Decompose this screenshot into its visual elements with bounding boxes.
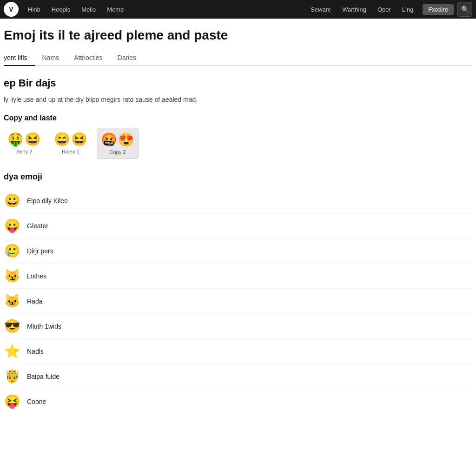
copy-section-title: Copy and laste: [4, 114, 472, 122]
emoji-3b: 😍: [118, 132, 134, 147]
list-item[interactable]: 🐱 Rada: [4, 289, 472, 314]
emoji-2a: 😄: [54, 132, 70, 147]
emoji-icon: 😎: [4, 318, 20, 334]
emoji-name: Eipo dily Kilee: [27, 197, 68, 205]
emoji-icon: 😝: [4, 394, 20, 409]
emoji-1b: 😆: [25, 132, 41, 147]
emoji-name: Dirjr pers: [27, 247, 53, 255]
navbar-item-mome[interactable]: Mome: [101, 0, 129, 19]
copy-item-roleo-label: Roleo 1: [62, 149, 79, 154]
list-item[interactable]: 😀 Eipo dily Kilee: [4, 188, 472, 213]
copy-item-roleo[interactable]: 😄 😆 Roleo 1: [50, 128, 91, 159]
list-item[interactable]: 🥲 Dirjr pers: [4, 238, 472, 264]
list-section-title: dya emoji: [4, 172, 472, 182]
emoji-icon: ⭐: [4, 344, 20, 359]
section-title: ep Bir dajs: [4, 77, 472, 89]
emoji-name: Lothes: [27, 272, 46, 280]
list-item[interactable]: 😼 Lothes: [4, 264, 472, 289]
tab-nams[interactable]: Nams: [42, 50, 67, 66]
emoji-icon: 🤴: [4, 369, 20, 384]
emoji-name: Nadls: [27, 348, 44, 355]
emoji-icon: 🐱: [4, 293, 20, 309]
emoji-copy-row: 🤑 😆 Serly 2 😄 😆 Roleo 1 🤬 😍 Copy 2: [4, 128, 472, 159]
list-item[interactable]: 😛 Gleater: [4, 213, 472, 238]
navbar-item-heopls[interactable]: Heopls: [46, 0, 76, 19]
list-item[interactable]: 🤴 Baipa fuide: [4, 364, 472, 389]
emoji-list: 😀 Eipo dily Kilee 😛 Gleater 🥲 Dirjr pers…: [4, 188, 472, 414]
navbar-right: Seware Warthing Oper Ling Fxotiire 🔍: [305, 0, 472, 19]
emoji-name: Mluth 1wids: [27, 323, 61, 330]
emoji-icon: 🥲: [4, 243, 20, 258]
emoji-name: Coone: [27, 398, 46, 405]
emoji-3a: 🤬: [101, 132, 117, 147]
navbar: V Hinb Heopls Melio Mome Seware Warthing…: [0, 0, 476, 19]
emoji-2b: 😆: [71, 132, 87, 147]
emoji-icon: 😼: [4, 268, 20, 284]
emoji-icon: 😀: [4, 193, 20, 208]
page-content: Emoj its il te ajreed pleme and paste ye…: [0, 19, 476, 423]
navbar-highlight-button[interactable]: Fxotiire: [423, 4, 454, 15]
emoji-name: Rada: [27, 298, 42, 305]
copy-item-serly-label: Serly 2: [16, 149, 32, 154]
copy-item-copy2[interactable]: 🤬 😍 Copy 2: [97, 128, 139, 159]
list-item[interactable]: 😝 Coone: [4, 389, 472, 414]
navbar-logo: V: [4, 2, 19, 17]
emoji-name: Gleater: [27, 222, 48, 230]
copy-item-copy2-label: Copy 2: [110, 149, 126, 155]
tabs-bar: yent lifls Nams Attriocties Daries: [4, 50, 472, 66]
navbar-item-warthing[interactable]: Warthing: [337, 0, 372, 19]
list-item[interactable]: ⭐ Nadls: [4, 339, 472, 364]
tab-daries[interactable]: Daries: [118, 50, 144, 66]
navbar-item-ling[interactable]: Ling: [397, 0, 419, 19]
search-icon[interactable]: 🔍: [457, 2, 472, 17]
page-title: Emoj its il te ajreed pleme and paste: [4, 28, 472, 43]
copy-item-serly[interactable]: 🤑 😆 Serly 2: [4, 128, 45, 159]
tab-yent-lifls[interactable]: yent lifls: [4, 50, 35, 66]
navbar-item-melio[interactable]: Melio: [76, 0, 101, 19]
list-item[interactable]: 😎 Mluth 1wids: [4, 314, 472, 339]
emoji-1a: 🤑: [7, 132, 24, 147]
navbar-item-hinb[interactable]: Hinb: [22, 0, 46, 19]
navbar-item-oper[interactable]: Oper: [372, 0, 397, 19]
tab-attriocties[interactable]: Attriocties: [74, 50, 110, 66]
emoji-name: Baipa fuide: [27, 373, 60, 380]
description-text: ly liyle use and up at the diy blipo meg…: [4, 95, 472, 105]
navbar-item-seware[interactable]: Seware: [305, 0, 337, 19]
emoji-icon: 😛: [4, 218, 20, 233]
